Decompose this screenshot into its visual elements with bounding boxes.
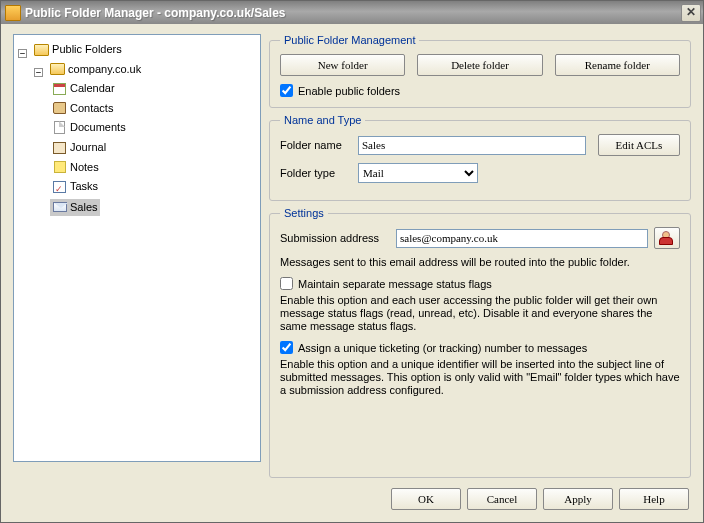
folder-tree[interactable]: − Public Folders − company.co.uk [13,34,261,462]
journal-icon [53,142,66,154]
tree-item-sales[interactable]: Sales [50,199,100,216]
hint-text: Enable this option and a unique identifi… [280,358,680,397]
rename-folder-button[interactable]: Rename folder [555,54,680,76]
edit-acls-button[interactable]: Edit ACLs [598,134,680,156]
address-picker-button[interactable] [654,227,680,249]
group-name-type: Name and Type Folder name Edit ACLs Fold… [269,114,691,201]
checkbox-label: Maintain separate message status flags [298,278,492,290]
ticketing-checkbox[interactable]: Assign a unique ticketing (or tracking) … [280,341,680,354]
tree-item-calendar[interactable]: Calendar [50,80,117,97]
enable-folders-checkbox[interactable]: Enable public folders [280,84,680,97]
footer: OK Cancel Apply Help [1,488,703,522]
tree-label: Tasks [70,178,98,195]
delete-folder-button[interactable]: Delete folder [417,54,542,76]
ticketing-input[interactable] [280,341,293,354]
ok-button[interactable]: OK [391,488,461,510]
submission-address-input[interactable] [396,229,648,248]
window: Public Folder Manager - company.co.uk/Sa… [0,0,704,523]
hint-text: Enable this option and each user accessi… [280,294,680,333]
close-icon[interactable]: ✕ [681,4,701,22]
legend: Public Folder Management [280,34,419,46]
label: Folder name [280,139,352,151]
tree-item-journal[interactable]: Journal [50,139,108,156]
tree-item-notes[interactable]: Notes [50,159,101,176]
titlebar: Public Folder Manager - company.co.uk/Sa… [1,1,703,24]
status-flags-checkbox[interactable]: Maintain separate message status flags [280,277,680,290]
tree-label: Documents [70,119,126,136]
checkbox-label: Enable public folders [298,85,400,97]
tree-root[interactable]: Public Folders [32,41,124,58]
tree-label: Contacts [70,100,113,117]
tree-item-contacts[interactable]: Contacts [50,100,115,117]
tree-label: Journal [70,139,106,156]
tree-label: Public Folders [52,41,122,58]
checkbox-label: Assign a unique ticketing (or tracking) … [298,342,587,354]
calendar-icon [53,83,66,95]
tree-domain[interactable]: company.co.uk [48,61,143,78]
cancel-button[interactable]: Cancel [467,488,537,510]
apply-button[interactable]: Apply [543,488,613,510]
tree-item-documents[interactable]: Documents [50,119,128,136]
tree-label: company.co.uk [68,61,141,78]
legend: Name and Type [280,114,365,126]
folder-name-input[interactable] [358,136,586,155]
tree-label: Calendar [70,80,115,97]
group-management: Public Folder Management New folder Dele… [269,34,691,108]
notes-icon [54,161,66,173]
window-title: Public Folder Manager - company.co.uk/Sa… [25,6,681,20]
contacts-icon [53,102,66,114]
mail-icon [53,202,67,212]
collapse-icon[interactable]: − [18,49,27,58]
document-icon [54,121,65,134]
new-folder-button[interactable]: New folder [280,54,405,76]
help-button[interactable]: Help [619,488,689,510]
folder-type-select[interactable]: Mail [358,163,478,183]
label: Folder type [280,167,352,179]
collapse-icon[interactable]: − [34,68,43,77]
tree-label: Notes [70,159,99,176]
app-icon [5,5,21,21]
tree-label: Sales [70,199,98,216]
hint-text: Messages sent to this email address will… [280,256,680,269]
enable-folders-input[interactable] [280,84,293,97]
folder-open-icon [50,63,65,75]
label: Submission address [280,232,390,244]
person-icon [659,231,675,245]
tree-item-tasks[interactable]: Tasks [50,178,100,195]
tasks-icon [53,181,66,193]
group-settings: Settings Submission address Messages sen… [269,207,691,478]
legend: Settings [280,207,328,219]
status-flags-input[interactable] [280,277,293,290]
folder-open-icon [34,44,49,56]
